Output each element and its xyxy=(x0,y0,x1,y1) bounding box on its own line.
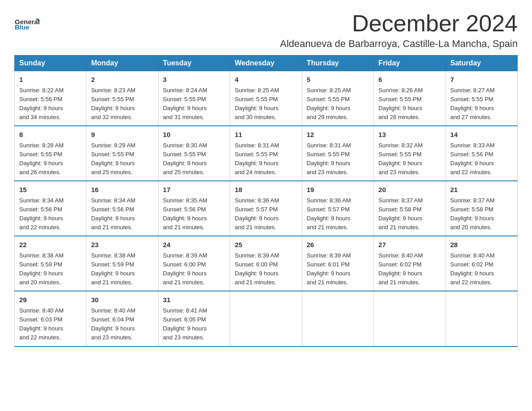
day-info: Sunrise: 8:30 AMSunset: 5:55 PMDaylight:… xyxy=(163,141,225,177)
month-title: December 2024 xyxy=(280,11,518,36)
day-number: 29 xyxy=(19,295,82,305)
calendar-cell: 20Sunrise: 8:37 AMSunset: 5:58 PMDayligh… xyxy=(374,181,446,236)
calendar-cell xyxy=(374,291,446,346)
calendar-cell: 15Sunrise: 8:34 AMSunset: 5:56 PMDayligh… xyxy=(15,181,86,236)
day-number: 28 xyxy=(450,240,513,250)
calendar-cell: 18Sunrise: 8:36 AMSunset: 5:57 PMDayligh… xyxy=(230,181,302,236)
calendar-cell: 16Sunrise: 8:34 AMSunset: 5:56 PMDayligh… xyxy=(86,181,158,236)
calendar-cell xyxy=(446,291,517,346)
calendar-cell xyxy=(230,291,302,346)
weekday-header-sunday: Sunday xyxy=(15,56,86,71)
day-info: Sunrise: 8:39 AMSunset: 6:00 PMDaylight:… xyxy=(163,251,225,287)
calendar-week-row: 15Sunrise: 8:34 AMSunset: 5:56 PMDayligh… xyxy=(15,181,518,236)
calendar-cell: 11Sunrise: 8:31 AMSunset: 5:55 PMDayligh… xyxy=(230,126,302,181)
day-number: 8 xyxy=(19,130,82,140)
day-info: Sunrise: 8:22 AMSunset: 5:56 PMDaylight:… xyxy=(19,86,82,122)
day-info: Sunrise: 8:24 AMSunset: 5:55 PMDaylight:… xyxy=(163,86,225,122)
day-info: Sunrise: 8:36 AMSunset: 5:57 PMDaylight:… xyxy=(235,196,297,232)
day-info: Sunrise: 8:38 AMSunset: 5:59 PMDaylight:… xyxy=(19,251,82,287)
calendar-cell: 25Sunrise: 8:39 AMSunset: 6:00 PMDayligh… xyxy=(230,236,302,291)
logo: General Blue xyxy=(14,11,41,35)
day-info: Sunrise: 8:23 AMSunset: 5:55 PMDaylight:… xyxy=(91,86,153,122)
day-info: Sunrise: 8:40 AMSunset: 6:04 PMDaylight:… xyxy=(91,306,153,342)
day-number: 25 xyxy=(235,240,297,250)
day-number: 26 xyxy=(307,240,369,250)
day-info: Sunrise: 8:25 AMSunset: 5:55 PMDaylight:… xyxy=(235,86,297,122)
day-number: 15 xyxy=(19,185,82,195)
day-info: Sunrise: 8:29 AMSunset: 5:55 PMDaylight:… xyxy=(91,141,153,177)
calendar-cell: 22Sunrise: 8:38 AMSunset: 5:59 PMDayligh… xyxy=(15,236,86,291)
logo-svg: General Blue xyxy=(14,11,41,35)
day-number: 20 xyxy=(378,185,441,195)
calendar-cell: 9Sunrise: 8:29 AMSunset: 5:55 PMDaylight… xyxy=(86,126,158,181)
calendar-cell: 3Sunrise: 8:24 AMSunset: 5:55 PMDaylight… xyxy=(158,71,230,126)
day-number: 9 xyxy=(91,130,153,140)
calendar-cell: 29Sunrise: 8:40 AMSunset: 6:03 PMDayligh… xyxy=(15,291,86,346)
day-info: Sunrise: 8:35 AMSunset: 5:56 PMDaylight:… xyxy=(163,196,225,232)
day-number: 7 xyxy=(450,75,513,85)
weekday-header-thursday: Thursday xyxy=(302,56,373,71)
calendar-cell: 17Sunrise: 8:35 AMSunset: 5:56 PMDayligh… xyxy=(158,181,230,236)
svg-text:Blue: Blue xyxy=(15,23,30,31)
calendar-cell: 6Sunrise: 8:26 AMSunset: 5:55 PMDaylight… xyxy=(374,71,446,126)
calendar-cell: 13Sunrise: 8:32 AMSunset: 5:55 PMDayligh… xyxy=(374,126,446,181)
day-number: 21 xyxy=(450,185,513,195)
calendar-cell: 24Sunrise: 8:39 AMSunset: 6:00 PMDayligh… xyxy=(158,236,230,291)
day-number: 4 xyxy=(235,75,297,85)
day-number: 13 xyxy=(378,130,441,140)
day-info: Sunrise: 8:31 AMSunset: 5:55 PMDaylight:… xyxy=(307,141,369,177)
calendar-cell: 1Sunrise: 8:22 AMSunset: 5:56 PMDaylight… xyxy=(15,71,86,126)
calendar-cell: 7Sunrise: 8:27 AMSunset: 5:55 PMDaylight… xyxy=(446,71,517,126)
page-header: General Blue December 2024 Aldeanueva de… xyxy=(14,11,518,50)
day-info: Sunrise: 8:40 AMSunset: 6:02 PMDaylight:… xyxy=(450,251,513,287)
calendar-cell: 4Sunrise: 8:25 AMSunset: 5:55 PMDaylight… xyxy=(230,71,302,126)
weekday-header-row: SundayMondayTuesdayWednesdayThursdayFrid… xyxy=(15,56,518,71)
day-number: 27 xyxy=(378,240,441,250)
day-info: Sunrise: 8:39 AMSunset: 6:01 PMDaylight:… xyxy=(307,251,369,287)
day-info: Sunrise: 8:40 AMSunset: 6:02 PMDaylight:… xyxy=(378,251,441,287)
day-number: 31 xyxy=(163,295,225,305)
day-info: Sunrise: 8:38 AMSunset: 5:59 PMDaylight:… xyxy=(91,251,153,287)
day-number: 22 xyxy=(19,240,82,250)
calendar-cell: 19Sunrise: 8:36 AMSunset: 5:57 PMDayligh… xyxy=(302,181,373,236)
calendar-cell: 14Sunrise: 8:33 AMSunset: 5:56 PMDayligh… xyxy=(446,126,517,181)
day-info: Sunrise: 8:26 AMSunset: 5:55 PMDaylight:… xyxy=(378,86,441,122)
calendar-cell: 31Sunrise: 8:41 AMSunset: 6:05 PMDayligh… xyxy=(158,291,230,346)
day-info: Sunrise: 8:37 AMSunset: 5:58 PMDaylight:… xyxy=(378,196,441,232)
calendar-week-row: 1Sunrise: 8:22 AMSunset: 5:56 PMDaylight… xyxy=(15,71,518,126)
calendar-cell: 21Sunrise: 8:37 AMSunset: 5:58 PMDayligh… xyxy=(446,181,517,236)
day-info: Sunrise: 8:28 AMSunset: 5:55 PMDaylight:… xyxy=(19,141,82,177)
day-info: Sunrise: 8:41 AMSunset: 6:05 PMDaylight:… xyxy=(163,306,225,342)
day-info: Sunrise: 8:37 AMSunset: 5:58 PMDaylight:… xyxy=(450,196,513,232)
calendar-header: SundayMondayTuesdayWednesdayThursdayFrid… xyxy=(15,56,518,71)
calendar-week-row: 8Sunrise: 8:28 AMSunset: 5:55 PMDaylight… xyxy=(15,126,518,181)
day-info: Sunrise: 8:34 AMSunset: 5:56 PMDaylight:… xyxy=(91,196,153,232)
calendar-cell: 30Sunrise: 8:40 AMSunset: 6:04 PMDayligh… xyxy=(86,291,158,346)
day-number: 18 xyxy=(235,185,297,195)
calendar-cell xyxy=(302,291,373,346)
calendar-cell: 28Sunrise: 8:40 AMSunset: 6:02 PMDayligh… xyxy=(446,236,517,291)
calendar-cell: 8Sunrise: 8:28 AMSunset: 5:55 PMDaylight… xyxy=(15,126,86,181)
day-number: 24 xyxy=(163,240,225,250)
calendar-body: 1Sunrise: 8:22 AMSunset: 5:56 PMDaylight… xyxy=(15,71,518,347)
calendar-cell: 10Sunrise: 8:30 AMSunset: 5:55 PMDayligh… xyxy=(158,126,230,181)
title-section: December 2024 Aldeanueva de Barbarroya, … xyxy=(280,11,518,50)
calendar-cell: 23Sunrise: 8:38 AMSunset: 5:59 PMDayligh… xyxy=(86,236,158,291)
calendar-cell: 26Sunrise: 8:39 AMSunset: 6:01 PMDayligh… xyxy=(302,236,373,291)
weekday-header-wednesday: Wednesday xyxy=(230,56,302,71)
day-number: 1 xyxy=(19,75,82,85)
day-number: 14 xyxy=(450,130,513,140)
weekday-header-friday: Friday xyxy=(374,56,446,71)
weekday-header-saturday: Saturday xyxy=(446,56,517,71)
day-number: 6 xyxy=(378,75,441,85)
day-info: Sunrise: 8:31 AMSunset: 5:55 PMDaylight:… xyxy=(235,141,297,177)
day-number: 12 xyxy=(307,130,369,140)
day-number: 10 xyxy=(163,130,225,140)
day-info: Sunrise: 8:40 AMSunset: 6:03 PMDaylight:… xyxy=(19,306,82,342)
day-number: 11 xyxy=(235,130,297,140)
location-title: Aldeanueva de Barbarroya, Castille-La Ma… xyxy=(280,38,518,50)
day-info: Sunrise: 8:39 AMSunset: 6:00 PMDaylight:… xyxy=(235,251,297,287)
calendar-cell: 5Sunrise: 8:25 AMSunset: 5:55 PMDaylight… xyxy=(302,71,373,126)
day-info: Sunrise: 8:36 AMSunset: 5:57 PMDaylight:… xyxy=(307,196,369,232)
day-info: Sunrise: 8:34 AMSunset: 5:56 PMDaylight:… xyxy=(19,196,82,232)
